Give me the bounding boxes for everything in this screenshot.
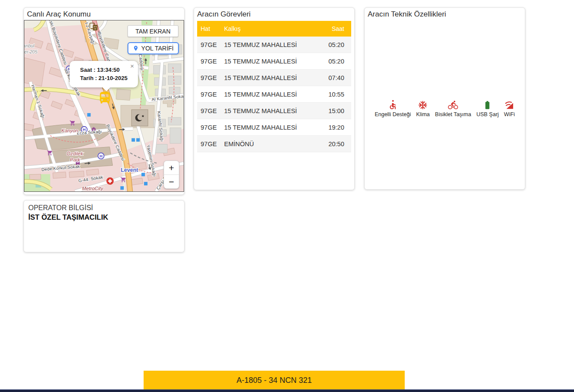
duty-time: 15:00 xyxy=(321,107,351,114)
technical-features-card: Aracın Teknik Özellikleri Engelli Desteğ… xyxy=(364,7,525,190)
map-label-levent: Levent xyxy=(121,167,138,173)
feature-label: Engelli Desteği xyxy=(375,111,411,117)
metro-station-icon: H xyxy=(98,153,104,159)
duty-departure: 15 TEMMUZ MAHALLESİ xyxy=(224,107,321,114)
features-row: Engelli Desteği Klima Bisiklet Taşıma US… xyxy=(365,100,525,117)
duty-time: 20:50 xyxy=(321,141,351,147)
popup-date: Tarih : 21-10-2025 xyxy=(80,74,138,82)
map-label-ozdilek-park: Park xyxy=(70,157,81,162)
duty-line: 97GE xyxy=(197,107,224,114)
column-header-time: Saat xyxy=(321,25,351,32)
battery-icon xyxy=(483,100,492,110)
feature-label: WiFi xyxy=(504,111,515,117)
duties-table-header: Hat Kalkış Saat xyxy=(197,21,351,37)
bicycle-icon xyxy=(447,100,459,110)
snowflake-icon xyxy=(418,100,428,110)
vehicle-plate-bar: A-1805 - 34 NCN 321 xyxy=(144,371,405,390)
duty-departure: 15 TEMMUZ MAHALLESİ xyxy=(224,74,321,81)
operator-info-card: OPERATOR BİLGİSİ İST ÖZEL TAŞIMACILIK xyxy=(23,200,185,252)
duty-row: 97GE EMİNÖNÜ 20:50 xyxy=(197,136,351,152)
vehicle-feature: Bisiklet Taşıma xyxy=(435,100,471,117)
popup-time: Saat : 13:34:50 xyxy=(80,66,138,74)
vehicle-feature: Engelli Desteği xyxy=(375,100,411,117)
technical-features-title: Aracın Teknik Özellikleri xyxy=(365,8,525,20)
feature-label: Klima xyxy=(416,111,430,117)
mosque-icon xyxy=(131,110,148,126)
duty-departure: 15 TEMMUZ MAHALLESİ xyxy=(224,91,321,98)
operator-info-title: OPERATOR BİLGİSİ xyxy=(24,201,184,212)
duty-line: 97GE xyxy=(197,141,224,147)
wifi-icon xyxy=(504,100,514,110)
duty-line: 97GE xyxy=(197,91,224,98)
fullscreen-button[interactable]: TAM EKRAN xyxy=(128,25,178,37)
vehicle-feature: Klima xyxy=(416,100,430,117)
feature-label: Bisiklet Taşıma xyxy=(435,111,471,117)
map-label-ozdilek: Özdilek xyxy=(67,151,84,156)
duty-line: 97GE xyxy=(197,124,224,131)
map-label-kanyon: Kanyon xyxy=(61,128,78,133)
duty-row: 97GE 15 TEMMUZ MAHALLESİ 05:20 xyxy=(197,37,351,53)
operator-name: İST ÖZEL TAŞIMACILIK xyxy=(24,212,184,223)
wheelchair-icon xyxy=(388,100,398,110)
vehicle-feature: WiFi xyxy=(504,100,515,117)
vehicle-duties-title: Aracın Görevleri xyxy=(194,8,354,20)
zoom-in-button[interactable]: + xyxy=(164,161,179,174)
duty-departure: EMİNÖNÜ xyxy=(224,141,321,147)
duty-departure: 15 TEMMUZ MAHALLESİ xyxy=(224,124,321,131)
duty-time: 05:20 xyxy=(321,41,351,48)
duty-row: 97GE 15 TEMMUZ MAHALLESİ 19:20 xyxy=(197,119,351,136)
duty-departure: 15 TEMMUZ MAHALLESİ xyxy=(224,41,321,48)
vehicle-plate-label: A-1805 - 34 NCN 321 xyxy=(236,376,312,385)
duty-time: 10:55 xyxy=(321,91,351,98)
bottom-navy-strip xyxy=(0,389,574,392)
duty-row: 97GE 15 TEMMUZ MAHALLESİ 15:00 xyxy=(197,103,351,119)
duty-time: 05:20 xyxy=(321,58,351,65)
duty-line: 97GE xyxy=(197,58,224,65)
duty-line: 97GE xyxy=(197,74,224,81)
duty-line: 97GE xyxy=(197,41,224,48)
vehicle-feature: USB Şarj xyxy=(477,100,499,117)
bus-marker-icon[interactable] xyxy=(97,90,112,107)
directions-button-label: YOL TARİFİ xyxy=(141,45,174,52)
duty-departure: 15 TEMMUZ MAHALLESİ xyxy=(224,58,321,65)
popup-close-button[interactable]: × xyxy=(130,62,134,70)
vehicle-info-popup: × Saat : 13:34:50 Tarih : 21-10-2025 xyxy=(70,61,138,87)
duty-time: 07:40 xyxy=(321,74,351,81)
duties-table-body: 97GE 15 TEMMUZ MAHALLESİ 05:20 97GE 15 T… xyxy=(197,37,351,152)
map-canvas[interactable]: H H H xyxy=(24,20,184,192)
fullscreen-button-label: TAM EKRAN xyxy=(135,28,171,35)
map-label-metrocity: MetroCity xyxy=(82,186,104,191)
map-label-tower-205: Tower-205 xyxy=(24,50,37,54)
column-header-departure: Kalkış xyxy=(224,25,321,32)
column-header-line: Hat xyxy=(197,25,224,32)
pharmacy-icon xyxy=(106,178,114,185)
map-pin-icon xyxy=(133,45,139,51)
duties-table: Hat Kalkış Saat 97GE 15 TEMMUZ MAHALLESİ… xyxy=(197,21,351,152)
vehicle-duties-card: Aracın Görevleri Hat Kalkış Saat 97GE 15… xyxy=(194,7,355,190)
duty-row: 97GE 15 TEMMUZ MAHALLESİ 10:55 xyxy=(197,86,351,103)
zoom-out-button[interactable]: − xyxy=(164,174,179,188)
map-zoom-control: + − xyxy=(164,161,179,189)
directions-button[interactable]: YOL TARİFİ xyxy=(128,42,179,54)
duty-row: 97GE 15 TEMMUZ MAHALLESİ 05:20 xyxy=(197,53,351,70)
feature-label: USB Şarj xyxy=(477,111,499,117)
metro-station-icon-letter: H xyxy=(100,154,103,158)
live-location-card: Canlı Araç Konumu xyxy=(23,7,185,195)
duty-row: 97GE 15 TEMMUZ MAHALLESİ 07:40 xyxy=(197,70,351,86)
live-location-title: Canlı Araç Konumu xyxy=(24,8,184,20)
duty-time: 19:20 xyxy=(321,124,351,131)
map-label-istanbul: İstanbul xyxy=(24,44,34,48)
